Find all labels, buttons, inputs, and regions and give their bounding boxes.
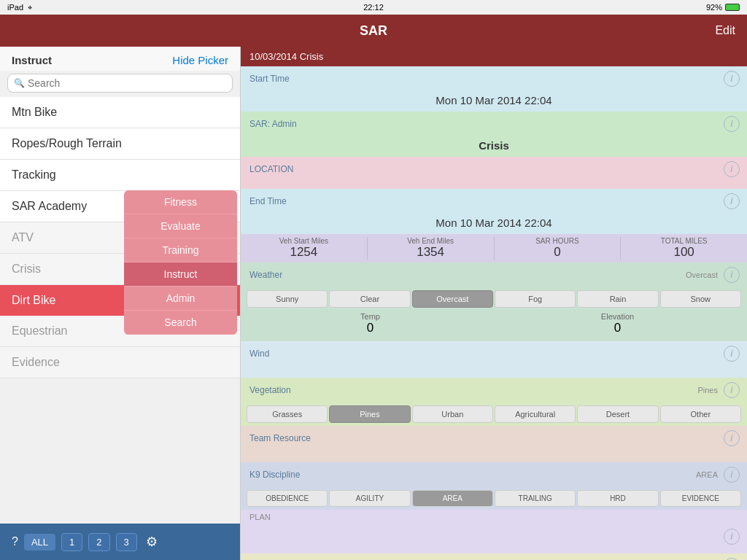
wind-info[interactable]: i (724, 346, 740, 362)
app-header: SAR Edit (0, 15, 747, 47)
search-input[interactable] (28, 77, 226, 89)
vegetation-segments[interactable]: Grasses Pines Urban Agricultural Desert … (241, 402, 747, 426)
edit-button[interactable]: Edit (715, 24, 735, 37)
submenu-fitness[interactable]: Fitness (124, 190, 237, 214)
page2-button[interactable]: 2 (88, 533, 109, 551)
weather-fog[interactable]: Fog (495, 290, 576, 308)
veg-agricultural[interactable]: Agricultural (495, 405, 576, 423)
status-left: iPad ⌖ (7, 3, 32, 12)
sidebar: Instruct Hide Picker 🔍 Mtn Bike Ropes/Ro… (0, 47, 241, 560)
team-resource-label: Team Resource (249, 433, 719, 443)
subjects-section: # of Subjects/Sources i (241, 553, 747, 560)
veg-urban[interactable]: Urban (412, 405, 493, 423)
veg-desert[interactable]: Desert (577, 405, 658, 423)
submenu-admin[interactable]: Admin (124, 287, 237, 311)
wind-row: Wind i (241, 341, 747, 366)
k9-obedience[interactable]: OBEDIENCE (247, 490, 328, 507)
weather-clear[interactable]: Clear (329, 290, 410, 308)
picker-header: Instruct Hide Picker (0, 47, 240, 71)
submenu-evaluate[interactable]: Evaluate (124, 214, 237, 238)
start-time-value: Mon 10 Mar 2014 22:04 (436, 94, 551, 106)
weather-row: Weather Overcast i (241, 262, 747, 287)
k9-selected-label: AREA (696, 470, 718, 479)
submenu: Fitness Evaluate Training Instruct Admin… (124, 190, 237, 335)
wind-label: Wind (249, 349, 719, 359)
veg-pines[interactable]: Pines (329, 405, 410, 423)
page1-button[interactable]: 1 (61, 533, 82, 551)
weather-info[interactable]: i (724, 267, 740, 283)
end-time-info[interactable]: i (724, 193, 740, 209)
location-row: LOCATION i (241, 157, 747, 182)
weather-sunny[interactable]: Sunny (247, 290, 328, 308)
sidebar-item-mtn-bike[interactable]: Mtn Bike (0, 97, 240, 128)
start-time-row: Start Time i (241, 66, 747, 91)
veg-other[interactable]: Other (660, 405, 741, 423)
location-info[interactable]: i (724, 161, 740, 177)
sar-admin-label: SAR: Admin (249, 119, 719, 129)
search-bar[interactable]: 🔍 (7, 74, 233, 93)
sar-admin-info[interactable]: i (724, 116, 740, 132)
sidebar-item-dirt-bike[interactable]: Dirt Bike (0, 285, 124, 316)
veh-start-value: 1254 (241, 245, 367, 260)
veg-grasses[interactable]: Grasses (247, 405, 328, 423)
vegetation-info[interactable]: i (724, 382, 740, 398)
sidebar-selected-row: Dirt Bike SAR Fitness Evaluate Training … (0, 285, 240, 316)
weather-label: Weather (249, 270, 719, 280)
weather-overcast[interactable]: Overcast (412, 290, 493, 308)
wind-section: Wind i (241, 341, 747, 378)
temp-value: 0 (247, 321, 494, 335)
location-section: LOCATION i (241, 157, 747, 189)
stats-section: Veh Start Miles 1254 Veh End Miles 1354 … (241, 234, 747, 262)
team-resource-info[interactable]: i (724, 430, 740, 446)
hide-picker-button[interactable]: Hide Picker (172, 54, 228, 66)
sidebar-item-tracking[interactable]: Tracking (0, 160, 240, 191)
team-resource-section: Team Resource i (241, 426, 747, 462)
k9-agility[interactable]: AGILITY (329, 490, 410, 507)
total-miles-value: 100 (621, 245, 747, 260)
start-time-label: Start Time (249, 74, 719, 84)
vegetation-row: Vegetation Pines i (241, 378, 747, 402)
weather-segments[interactable]: Sunny Clear Overcast Fog Rain Snow (241, 287, 747, 311)
content-area: Instruct Hide Picker 🔍 Mtn Bike Ropes/Ro… (0, 47, 747, 560)
k9-label: K9 Discipline (249, 470, 719, 480)
end-time-value-row: Mon 10 Mar 2014 22:04 (241, 214, 747, 234)
help-button[interactable]: ? (12, 535, 18, 548)
k9-segments[interactable]: OBEDIENCE AGILITY AREA TRAILING HRD EVID… (241, 487, 747, 510)
sidebar-item-evidence[interactable]: Evidence (0, 347, 240, 378)
sub-header: 10/03/2014 Crisis (241, 47, 747, 66)
picker-title: Instruct (12, 54, 52, 66)
k9-info[interactable]: i (724, 467, 740, 483)
elev-col: Elevation 0 (494, 312, 741, 335)
team-resource-row: Team Resource i (241, 426, 747, 451)
sidebar-item-ropes[interactable]: Ropes/Rough Terrain (0, 128, 240, 160)
submenu-training[interactable]: Training (124, 238, 237, 262)
submenu-instruct[interactable]: Instruct (124, 262, 237, 287)
submenu-search[interactable]: Search (124, 311, 237, 335)
total-miles-col: TOTAL MILES 100 (621, 237, 747, 260)
location-label: LOCATION (249, 164, 719, 174)
settings-button[interactable]: ⚙ (146, 534, 158, 550)
k9-evidence[interactable]: EVIDENCE (660, 490, 741, 507)
weather-snow[interactable]: Snow (660, 290, 741, 308)
k9-hrd[interactable]: HRD (577, 490, 658, 507)
veh-end-col: Veh End Miles 1354 (368, 237, 495, 260)
search-icon: 🔍 (14, 78, 25, 88)
start-time-info[interactable]: i (724, 71, 740, 87)
all-pages-button[interactable]: ALL (24, 534, 55, 551)
end-time-value: Mon 10 Mar 2014 22:04 (436, 217, 551, 229)
k9-trailing[interactable]: TRAILING (495, 490, 576, 507)
temp-label: Temp (247, 312, 494, 321)
weather-rain[interactable]: Rain (577, 290, 658, 308)
veg-selected-label: Pines (697, 386, 718, 394)
elev-value: 0 (494, 321, 741, 335)
k9-area[interactable]: AREA (412, 490, 493, 507)
page3-button[interactable]: 3 (116, 533, 137, 551)
bluetooth-icon (701, 3, 703, 12)
k9-section: K9 Discipline AREA i OBEDIENCE AGILITY A… (241, 462, 747, 553)
end-time-label: End Time (249, 196, 719, 206)
temp-elev-row: Temp 0 Elevation 0 (241, 311, 747, 341)
temp-col: Temp 0 (247, 312, 494, 335)
plan-info[interactable]: i (724, 529, 740, 545)
sar-hours-col: SAR HOURS 0 (495, 237, 622, 260)
vegetation-section: Vegetation Pines i Grasses Pines Urban A… (241, 378, 747, 426)
